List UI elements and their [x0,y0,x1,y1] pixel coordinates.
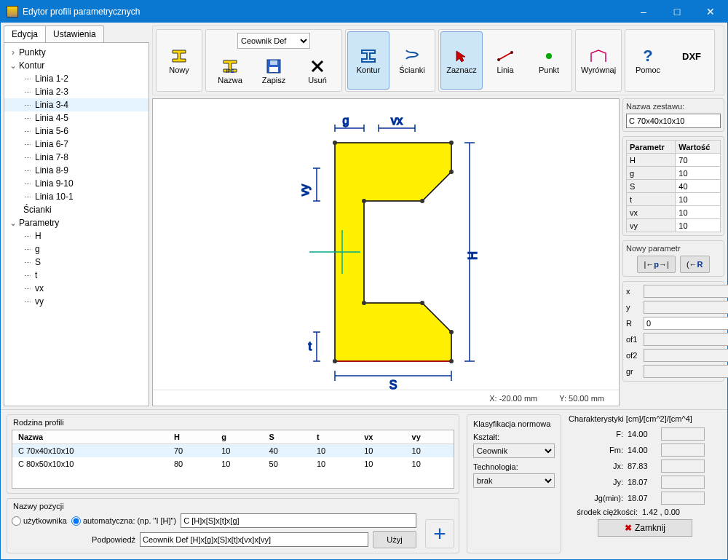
set-name-label: Nazwa zestawu: [626,102,721,111]
table-row[interactable]: C 70x40x10x10701040101010 [12,444,454,458]
minimize-button[interactable]: – [627,1,660,23]
param-value-cell[interactable]: 10 [676,206,721,219]
technology-select[interactable]: brak [473,473,555,488]
line-icon [497,47,513,66]
char-input [661,460,705,473]
canvas[interactable]: g vx vy t S H [153,99,619,390]
close-window-button[interactable]: ✕ [694,1,727,23]
profile-select[interactable]: Ceownik Def [237,33,310,49]
tree-line[interactable]: Linia 5-6 [4,125,149,138]
svg-point-17 [449,330,454,334]
window-title: Edytor profili parametrycznych [23,7,627,17]
caret-icon: › [9,47,17,58]
hint-input[interactable] [140,532,368,547]
point-button[interactable]: Punkt [528,31,570,90]
tree-param[interactable]: vx [4,282,149,295]
svg-point-19 [333,359,337,363]
set-name-input[interactable] [626,114,721,128]
name-pattern-input[interactable] [181,513,416,528]
coord-of2-input [644,349,728,362]
tree-view[interactable]: ›Punkty ⌄Kontur Linia 1-2Linia 2-3Linia … [4,43,149,406]
radio-user[interactable]: użytkownika [12,516,67,526]
tab-edycja[interactable]: Edycja [4,25,46,42]
caret-down-icon: ⌄ [9,60,17,71]
tree-line[interactable]: Linia 8-9 [4,164,149,177]
char-title: Charakterystyki [cm]/[cm^2]/[cm^4] [569,414,721,423]
contour-button[interactable]: Kontur [347,31,389,90]
tree-punkty[interactable]: ›Punkty [4,46,149,59]
save-icon [266,57,281,76]
save-button[interactable]: Zapisz [253,53,295,88]
coord-x-input [644,285,728,298]
svg-text:IPE: IPE [226,68,234,74]
svg-point-14 [362,199,366,203]
tree-line[interactable]: Linia 1-2 [4,72,149,85]
tree-param[interactable]: H [4,229,149,242]
app-icon [7,6,18,17]
param-value-cell[interactable]: 10 [676,193,721,206]
add-profile-button[interactable]: + [425,519,454,548]
tree-line[interactable]: Linia 9-10 [4,177,149,190]
param-table[interactable]: ParametrWartość H70g10S40t10vx10vy10 [626,140,721,232]
param-value-cell[interactable]: 40 [676,180,721,193]
tree-line[interactable]: Linia 7-8 [4,151,149,164]
svg-point-5 [497,58,500,61]
tree-param[interactable]: t [4,269,149,282]
tab-ustawienia[interactable]: Ustawienia [45,25,104,42]
delete-button[interactable]: Usuń [296,53,339,88]
svg-point-12 [449,170,454,174]
tree-param[interactable]: S [4,256,149,269]
tree-line[interactable]: Linia 10-1 [4,190,149,203]
new-param-r-button[interactable]: (←R [680,256,710,273]
tree-line[interactable]: Linia 3-4 [4,98,149,111]
select-button[interactable]: Zaznacz [440,31,483,90]
coord-r-input[interactable] [644,317,728,330]
tree-kontur[interactable]: ⌄Kontur [4,59,149,72]
line-button[interactable]: Linia [484,31,526,90]
tree-param[interactable]: vy [4,295,149,308]
svg-line-4 [499,52,512,60]
align-button[interactable]: Wyrównaj [577,31,620,90]
tree-scianki[interactable]: Ścianki [4,203,149,216]
param-value-cell[interactable]: 70 [676,154,721,167]
new-param-p-button[interactable]: |←p→| [637,256,675,273]
use-button[interactable]: Użyj [373,531,416,548]
char-input [661,492,705,505]
name-button[interactable]: IPE Nazwa [209,53,251,88]
svg-text:vx: vx [391,114,403,127]
tree-parametry[interactable]: ⌄Parametry [4,216,149,229]
arrow-icon [455,47,468,66]
char-input [661,443,705,457]
klas-label: Klasyfikacja normowa [473,419,555,428]
svg-rect-3 [270,60,277,65]
char-input [661,427,705,441]
tree-line[interactable]: Linia 2-3 [4,85,149,98]
tree-param[interactable]: g [4,242,149,256]
new-button[interactable]: Nowy [158,31,200,90]
svg-point-16 [420,301,424,305]
shape-select[interactable]: Ceownik [473,443,555,458]
titlebar: Edytor profili parametrycznych – □ ✕ [1,1,727,23]
param-value-cell[interactable]: 10 [676,219,721,232]
help-button[interactable]: ? Pomoc [627,31,669,90]
new-param-label: Nowy parametr [626,244,721,253]
svg-point-15 [362,301,366,305]
left-panel: Edycja Ustawienia ›Punkty ⌄Kontur Linia … [4,25,149,406]
ibeam-icon [171,47,187,66]
table-row[interactable]: C 80x50x10x10801050101010 [12,457,454,470]
tree-line[interactable]: Linia 6-7 [4,138,149,151]
names-label: Nazwy pozycji [12,502,416,510]
svg-point-10 [333,141,337,145]
svg-point-18 [449,359,454,363]
coord-of1-input [644,333,728,346]
svg-text:vy: vy [298,184,311,196]
help-icon: ? [643,47,652,66]
param-value-cell[interactable]: 10 [676,167,721,180]
close-button[interactable]: ✖Zamknij [598,519,692,537]
maximize-button[interactable]: □ [660,1,694,23]
walls-button[interactable]: Ścianki [391,31,433,90]
radio-auto[interactable]: automatyczna: (np. "I [H]") [71,516,176,526]
dxf-button[interactable]: DXF [670,31,713,90]
tree-line[interactable]: Linia 4-5 [4,111,149,125]
family-table[interactable]: NazwaHgStvxvy C 70x40x10x10701040101010C… [12,430,454,470]
